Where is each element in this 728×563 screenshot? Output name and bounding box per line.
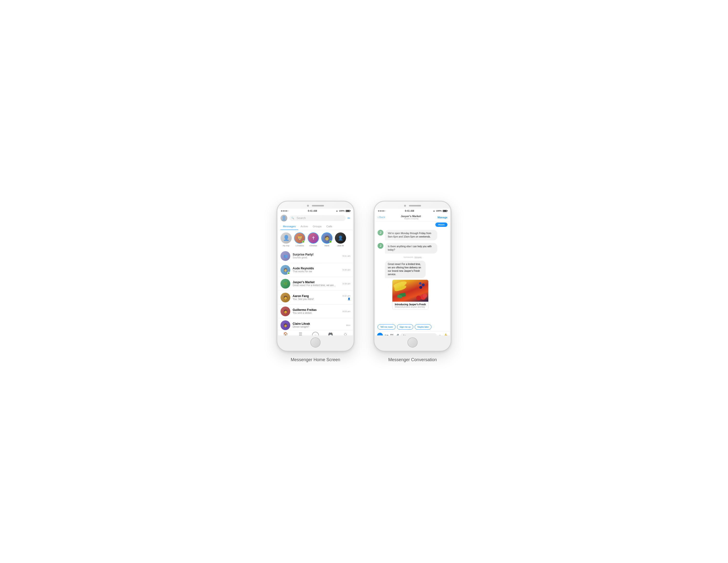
bot-avatar: J	[378, 230, 383, 235]
phone2-label: Messenger Conversation	[388, 357, 437, 362]
message-item-aaron[interactable]: 🧑 Aaron Fang You: See you there! 9:32 am	[278, 291, 353, 305]
quick-replies: Tell me more Sign me up Maybe later	[375, 324, 450, 331]
message-item-guillermo[interactable]: 🧑 Guillermo Freitas You sent a sticker. …	[278, 305, 353, 319]
page-container: 9:41 AM ▲ 100% 👤	[218, 201, 510, 362]
speaker	[312, 205, 324, 206]
conv-messages: J We're open Monday through Friday from …	[375, 227, 450, 324]
nav-discover[interactable]: ◇ Discover	[338, 332, 353, 336]
phone1-bottom	[277, 336, 354, 351]
story-henri[interactable]: 🧑 Henri	[321, 232, 332, 247]
message-item-surprise[interactable]: 👥 Surprise Party! Sounds good. 9:41 am	[278, 249, 353, 263]
contact-subtitle: Replies instantly	[387, 217, 436, 220]
image-icon[interactable]: 🖼	[390, 334, 393, 336]
status-time-2: 9:41 AM	[405, 209, 414, 212]
contact-chevron-icon: ›	[421, 215, 422, 217]
wifi-icon-2: ▲	[433, 209, 435, 212]
phone1-top-bar	[277, 201, 354, 209]
bot-avatar-2: J	[378, 243, 383, 249]
power-button	[354, 235, 354, 247]
phone1-screen: 9:41 AM ▲ 100% 👤	[278, 209, 353, 336]
phone2-section: 9:41 AM ▲ 100% ‹ Back	[374, 201, 451, 362]
online-dot-henri	[329, 240, 332, 243]
back-label: Back	[379, 216, 385, 218]
manage-link[interactable]: Manage	[414, 256, 422, 258]
camera-btn[interactable]: ○	[312, 332, 319, 336]
tab-messages[interactable]: Messages	[281, 223, 298, 230]
phone2-top-bar	[374, 201, 451, 209]
conv-input-bar: + 📷 🖼 🎤 Aa ☺ 👍	[375, 331, 450, 336]
phone2-screen: 9:41 AM ▲ 100% ‹ Back	[375, 209, 450, 336]
message-item-aude[interactable]: 👩 Aude Reynolds That works for me 9:40	[278, 263, 353, 277]
compose-icon[interactable]: ✏	[347, 216, 350, 220]
mic-icon[interactable]: 🎤	[395, 334, 399, 336]
nav-home[interactable]: 🏠 Home	[278, 332, 293, 336]
phones-row: 9:41 AM ▲ 100% 👤	[277, 201, 451, 362]
search-bar-wrapper: 🔍 Search	[289, 215, 346, 221]
story-loredana[interactable]: 🦁 Loredana	[294, 232, 305, 247]
manage-button[interactable]: Manage	[438, 216, 447, 219]
add-button[interactable]: +	[377, 333, 383, 336]
battery-percent-1: 100%	[339, 209, 345, 212]
emoji-icon[interactable]: ☺	[438, 334, 442, 336]
ad-card-image	[392, 280, 428, 302]
conv-title-center: Jasper's Market › Replies instantly	[387, 215, 436, 220]
messenger-home: 👤 🔍 Search ✏	[278, 213, 353, 336]
quick-reply-sign-me-up[interactable]: Sign me up	[397, 324, 414, 330]
thumbs-up-icon[interactable]: 👍	[443, 333, 448, 336]
bot-message-2: J Is there anything else I can help you …	[378, 243, 447, 253]
status-bar-1: 9:41 AM ▲ 100%	[278, 209, 353, 213]
battery-icon-1	[346, 210, 350, 212]
back-button[interactable]: ‹ Back	[378, 215, 385, 219]
speaker-2	[409, 205, 421, 206]
phone2-shell: 9:41 AM ▲ 100% ‹ Back	[374, 201, 451, 352]
story-jean-m[interactable]: 👤 Jean-M	[335, 232, 346, 247]
quick-reply-maybe-later[interactable]: Maybe later	[415, 324, 431, 330]
quick-reply-tell-me-more[interactable]: Tell me more	[378, 324, 396, 330]
story-ring: 🦁	[294, 232, 305, 243]
message-item-jasper[interactable]: 🌿 Jasper's Market Great news! For a limi…	[278, 277, 353, 291]
front-camera-2	[404, 205, 406, 207]
messenger-header: 👤 🔍 Search ✏	[278, 213, 353, 223]
bottom-nav: 🏠 Home ☰ People ○	[278, 330, 353, 336]
home-icon: 🏠	[283, 332, 288, 336]
volume-button	[277, 230, 277, 238]
signal-dots-2	[378, 210, 386, 211]
phone1-shell: 9:41 AM ▲ 100% 👤	[277, 201, 354, 352]
tab-active[interactable]: Active	[298, 223, 310, 230]
front-camera	[307, 205, 309, 207]
message-item-claire[interactable]: 👩 Claire Litvak Dinner tonight? Mon	[278, 319, 353, 330]
status-right-2: ▲ 100%	[433, 209, 447, 212]
nav-camera[interactable]: ○	[308, 332, 323, 336]
messenger-tabs: Messages Active Groups Calls	[278, 223, 353, 230]
discover-icon: ◇	[344, 332, 347, 336]
camera-icon[interactable]: 📷	[384, 334, 389, 336]
signal-dots	[281, 210, 289, 211]
phone1-label: Messenger Home Screen	[291, 357, 340, 362]
search-input[interactable]: Search	[289, 215, 346, 221]
power-button-2	[451, 235, 451, 247]
story-christian[interactable]: ✝ Christian	[308, 232, 319, 247]
message-input[interactable]: Aa	[400, 333, 437, 336]
nav-games[interactable]: 🎮 Games	[323, 332, 338, 336]
stories-row: 👤 My Day 🦁	[278, 230, 353, 249]
ad-card[interactable]: Introducing Jasper's Fresh Seasonal prod…	[392, 279, 429, 310]
tab-calls[interactable]: Calls	[324, 223, 335, 230]
story-my-day[interactable]: 👤 My Day	[281, 232, 292, 247]
user-avatar[interactable]: 👤	[281, 215, 287, 221]
bubble-left-2: Is there anything else I can help you wi…	[385, 243, 437, 253]
nav-people[interactable]: ☰ People	[293, 332, 308, 336]
conv-header: ‹ Back Jasper's Market › Replies instant…	[375, 213, 450, 221]
home-button-2[interactable]	[407, 337, 418, 348]
wifi-icon: ▲	[336, 209, 338, 212]
back-chevron-icon: ‹	[378, 215, 379, 219]
ad-card-footer: Introducing Jasper's Fresh Seasonal prod…	[392, 302, 428, 310]
hours-pill[interactable]: Hours	[435, 222, 447, 227]
battery-icon-2	[443, 210, 447, 212]
status-bar-2: 9:41 AM ▲ 100%	[375, 209, 450, 213]
bot-message-1: J We're open Monday through Friday from …	[378, 230, 447, 240]
sponsored-label: Sponsored · Manage	[378, 256, 447, 258]
home-button-1[interactable]	[310, 337, 321, 348]
bubble-left-1: We're open Monday through Friday from 9a…	[385, 230, 437, 240]
games-icon: 🎮	[328, 332, 333, 336]
tab-groups[interactable]: Groups	[310, 223, 324, 230]
